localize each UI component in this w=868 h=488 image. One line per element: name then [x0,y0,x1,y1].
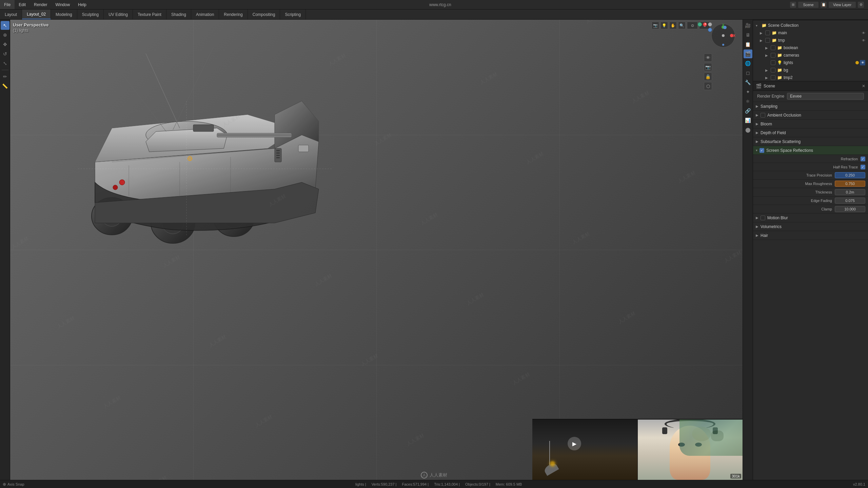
menu-edit[interactable]: Edit [15,0,30,9]
settings-icon[interactable]: ⚙ [858,2,864,8]
menu-help[interactable]: Help [74,0,91,9]
outliner-item-scene-collection[interactable]: ▾ 📁 Scene Collection [753,22,868,29]
maximize-icon[interactable]: ⊞ [790,2,796,8]
scale-icon[interactable]: ⤡ [1,59,9,68]
vp-overlay-btn[interactable]: ⊙ [687,22,698,29]
data-prop-icon[interactable]: 📊 [744,116,752,125]
refraction-label: Refraction [765,157,861,161]
gizmo-z-axis[interactable] [722,44,724,46]
play-button[interactable]: ▶ [568,437,581,450]
arrow-scene-col: ▾ [756,24,760,27]
output-prop-icon[interactable]: 🖥 [744,30,752,39]
check-tmp2[interactable] [771,75,775,80]
section-volumetrics[interactable]: ▶ Volumetrics [753,222,868,231]
section-hair[interactable]: ▶ Hair [753,231,868,240]
section-ambient-occlusion[interactable]: ▶ Ambient Occlusion [753,111,868,120]
scene-prop-icon[interactable]: 🎬 [744,49,752,58]
outliner-item-tmp2[interactable]: ▶ 📁 tmp2 [753,74,868,81]
rotate-icon[interactable]: ↺ [1,49,9,58]
material-prop-icon[interactable]: ⬤ [744,125,752,134]
outliner-item-cameras[interactable]: ▶ 📁 cameras [753,52,868,59]
viewport-gizmo[interactable]: X Y [711,24,738,51]
tab-layout[interactable]: Layout [0,9,22,19]
ssr-check[interactable]: ✓ [760,148,764,153]
tab-uv-editing[interactable]: UV Editing [104,9,133,19]
tab-modeling[interactable]: Modeling [51,9,77,19]
tab-texture-paint[interactable]: Texture Paint [133,9,166,19]
vp-camera-icon[interactable]: 📷 [652,22,659,29]
outliner-item-boolean[interactable]: ▶ 📁 boolean [753,44,868,52]
refraction-checkbox[interactable]: ✓ [861,157,865,161]
field-trace-precision: Trace Precision 0.250 [753,171,868,180]
tmp-eye[interactable]: 👁 [862,39,865,42]
tab-layout02[interactable]: Layout_02 [22,9,51,19]
lights-eye[interactable]: 👁 [860,60,865,65]
vp-view-icon[interactable]: 👁 [704,54,712,62]
modifier-prop-icon[interactable]: 🔧 [744,78,752,87]
tab-compositing[interactable]: Compositing [248,9,280,19]
viewlayer-prop-icon[interactable]: 📋 [744,40,752,49]
thickness-value[interactable]: 0.2m [835,189,865,195]
gizmo-center[interactable] [722,34,725,37]
constraint-prop-icon[interactable]: 🔗 [744,106,752,115]
cursor-icon[interactable]: ⊕ [1,30,9,39]
wm-icon: 人 [421,472,428,479]
check-bg[interactable] [771,68,775,73]
check-tmp[interactable] [765,38,770,43]
section-sampling[interactable]: ▶ Sampling [753,102,868,111]
select-tool-icon[interactable]: ↖ [1,21,9,30]
outliner-item-main[interactable]: ▶ 📁 main 👁 [753,29,868,37]
vp-search-icon[interactable]: 🔍 [678,22,686,29]
viewlayer-icon[interactable]: 📋 [821,2,827,8]
viewport[interactable]: 人人素材 人人素材 人人素材 人人素材 人人素材 人人素材 人人素材 人人素材 … [10,20,743,480]
check-main[interactable] [765,30,770,35]
status-center: lights | Verts:590,237 | Faces:571,994 |… [30,482,848,486]
object-prop-icon[interactable]: ◻ [744,68,752,77]
outliner-item-tmp[interactable]: ▶ 📁 tmp 👁 [753,37,868,44]
check-boolean[interactable] [771,45,775,50]
menu-render[interactable]: Render [30,0,51,9]
section-subsurface[interactable]: ▶ Subsurface Scattering [753,137,868,146]
vp-light-icon[interactable]: 💡 [660,22,668,29]
outliner-item-lights[interactable]: ▶ 💡 lights 👁 [753,59,868,66]
section-depth-of-field[interactable]: ▶ Depth of Field [753,128,868,137]
tab-animation[interactable]: Animation [191,9,219,19]
outliner-item-bg[interactable]: ▶ 📁 bg [753,66,868,74]
menu-file[interactable]: File [0,0,15,9]
world-prop-icon[interactable]: 🌐 [744,59,752,68]
max-roughness-value[interactable]: 0.750 [835,181,865,187]
view-layer-label: View Layer [829,2,856,8]
ao-check[interactable] [761,113,765,118]
tab-scripting[interactable]: Scripting [280,9,306,19]
section-motion-blur[interactable]: ▶ Motion Blur [753,214,868,222]
particles-prop-icon[interactable]: ✦ [744,87,752,96]
tab-shading[interactable]: Shading [166,9,191,19]
half-res-checkbox[interactable]: ✓ [861,165,865,169]
physics-prop-icon[interactable]: ⚛ [744,97,752,106]
close-props-button[interactable]: ✕ [862,84,865,88]
check-cameras[interactable] [771,53,775,58]
vp-hand-icon[interactable]: ✋ [669,22,677,29]
vp-lock-icon[interactable]: 🔒 [704,73,712,81]
annotate-icon[interactable]: ✏ [1,72,9,81]
gizmo-view-dot[interactable] [723,26,727,29]
check-lights[interactable] [771,60,775,65]
vp-camera2-icon[interactable]: 📷 [704,63,712,71]
gizmo-x-label: X [733,34,735,38]
clamp-value[interactable]: 10.000 [835,206,865,212]
main-eye[interactable]: 👁 [862,31,865,35]
move-icon[interactable]: ✥ [1,40,9,49]
trace-precision-value[interactable]: 0.250 [835,172,865,178]
tab-rendering[interactable]: Rendering [219,9,248,19]
edge-fading-value[interactable]: 0.075 [835,198,865,204]
menu-window[interactable]: Window [51,0,74,9]
measure-icon[interactable]: 📏 [1,82,9,90]
render-engine-dropdown[interactable]: Eevee [787,93,864,100]
mb-check[interactable] [761,216,765,220]
render-prop-icon[interactable]: 🎥 [744,21,752,30]
vp-render-icon[interactable]: ⬡ [704,82,712,90]
tab-sculpting[interactable]: Sculpting [77,9,104,19]
section-bloom[interactable]: ▶ Bloom [753,120,868,128]
section-ssr[interactable]: ▾ ✓ Screen Space Reflections [753,146,868,155]
window-title: www.rtcg.cn [91,2,790,7]
